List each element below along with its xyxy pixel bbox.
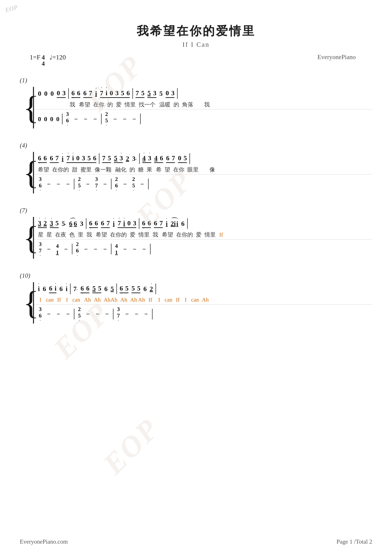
title-sub: If I Can: [20, 41, 372, 48]
watermark-4: EOP: [96, 411, 166, 481]
seg-1-1: 6· 6 6 7 · i · 7: [70, 89, 131, 98]
seg-1-2: 7 5 5 3 5 0 3: [134, 89, 176, 98]
beam-group: 7 5: [135, 89, 144, 98]
brace-1: {: [23, 87, 39, 128]
beam-group: 0 3: [166, 89, 174, 98]
key-label: 1=F: [30, 53, 40, 61]
lyrics-4: I can If I can Ah Ah AhAh Ah Ah Ah If: [33, 295, 372, 305]
bass-notes-1: 0 0 0 0 36· − − − 25· − − −: [33, 110, 372, 128]
page: EOP EOP EOP EOP EOP 我希望在你的爱情里 If I Can 1…: [0, 0, 392, 555]
section-3: (7) { ·3 ·2 ·3: [20, 207, 372, 258]
note: 3: [62, 89, 66, 97]
lyrics-1: 我 希望 在你 的 爱 情里 找一个 温暖 的 角落 我: [33, 100, 372, 110]
note: 3: [171, 89, 174, 97]
bass-seg-1: 36· − − −: [64, 111, 100, 127]
note: 0: [166, 89, 169, 97]
brace-3: {: [23, 217, 39, 258]
barline: [177, 88, 178, 99]
lyr-seg-2: 温暖 的 角落 我: [158, 101, 211, 109]
footer-left: EveryonePiano.com: [20, 538, 68, 545]
section-label-3: (7): [20, 207, 372, 214]
lyr-seg-0: 我: [36, 101, 77, 109]
lyrics-2: 希望 在你的 甜 蜜里 像一颗 融化 的 糖 果 希 望 在你: [33, 165, 372, 175]
system-2: { 6· 6 6 7 ·i: [33, 152, 372, 193]
tempo-info: 1=F44 ♩=120: [30, 53, 66, 67]
section-label-1: (1): [20, 77, 372, 84]
note: 5: [141, 89, 144, 97]
section-1: (1) { 0 0 0 0 3 6·: [20, 77, 372, 128]
tempo-value: =120: [52, 53, 66, 61]
beam-sub: 0 3 5 6: [110, 89, 130, 97]
bass-notes-4: 36· − − − 25· − − − 37· − − −: [33, 305, 372, 324]
note: 6: [77, 89, 80, 97]
note: 3: [153, 89, 156, 97]
note: 0: [38, 90, 41, 97]
left-bar-2: [33, 152, 34, 193]
footer: EveryonePiano.com Page 1 /Total 2: [20, 538, 372, 545]
treble-notes-1: 0 0 0 0 3 6· 6 6 7: [33, 87, 372, 100]
beam-group: 5 3: [147, 89, 156, 98]
note: 5: [159, 90, 163, 97]
note: 6·: [71, 89, 75, 97]
time-signature: 44: [42, 54, 45, 67]
left-bar-4: [33, 282, 34, 324]
bass-seg-0: 0 0 0 0: [36, 115, 61, 123]
system-3: { ·3 ·2 ·3: [33, 217, 372, 258]
section-label-2: (4): [20, 142, 372, 149]
lyr-seg-1: 希望 在你 的 爱 情里 找一个: [77, 101, 157, 109]
note: 6: [83, 89, 86, 97]
beam-group: 6· 6: [71, 89, 80, 98]
seg-1-0: 0 0 0 0 3: [36, 89, 67, 98]
left-bar-1: [33, 87, 34, 128]
note: 0: [57, 89, 60, 97]
brace-2: {: [23, 152, 39, 193]
note: 0: [50, 90, 54, 97]
note-i: · i: [95, 90, 97, 97]
treble-notes-2: 6· 6 6 7 ·i ·7 ·i: [33, 152, 372, 165]
bass-notes-2: 36· − − − 25· − 37· − 26· − 25· −: [33, 175, 372, 193]
meta-row: 1=F44 ♩=120 EveryonePiano: [20, 53, 372, 67]
note: 7: [135, 89, 139, 97]
barline: [132, 88, 133, 99]
note-symbol: ♩: [50, 54, 52, 61]
note: 7: [89, 89, 92, 97]
section-4: (10) { ·i 6 6 ·i 6: [20, 272, 372, 324]
eop-logo: EOP: [4, 3, 18, 14]
system-4: { ·i 6 6 ·i 6 ·i: [33, 282, 372, 324]
beam-group: 0 3: [57, 89, 66, 98]
section-2: (4) { 6· 6 6 7 ·i: [20, 142, 372, 193]
title-main: 我希望在你的爱情里: [20, 23, 372, 39]
treble-notes-3: ·3 ·2 ·3 5 5·: [33, 217, 372, 230]
publisher-label: EveryonePiano: [317, 53, 362, 61]
note-7i: · 7: [100, 89, 103, 97]
beam-group: · 7 · i 0 3 5 6: [100, 89, 130, 98]
barline: [68, 88, 69, 99]
bass-notes-3: 37· − 41 − 26· − − − 41 − − −: [33, 240, 372, 258]
system-1: { 0 0 0 0 3 6· 6: [33, 87, 372, 128]
treble-notes-4: ·i 6 6 ·i 6 ·i 7·: [33, 282, 372, 295]
title-section: 我希望在你的爱情里 If I Can: [20, 23, 372, 48]
beam-group: 6 7: [83, 89, 92, 98]
footer-right: Page 1 /Total 2: [337, 538, 372, 545]
note: 0: [44, 90, 48, 97]
lyrics-3: 星 星 在夜 色 里 我 希望 在你的 爱 情里 我 希望: [33, 230, 372, 240]
bass-seg-2: 25· − − −: [103, 111, 139, 127]
note: 5: [147, 89, 151, 97]
section-label-4: (10): [20, 272, 372, 279]
left-bar-3: [33, 217, 34, 258]
note-i2: · i: [106, 89, 107, 97]
brace-4: {: [23, 282, 39, 324]
